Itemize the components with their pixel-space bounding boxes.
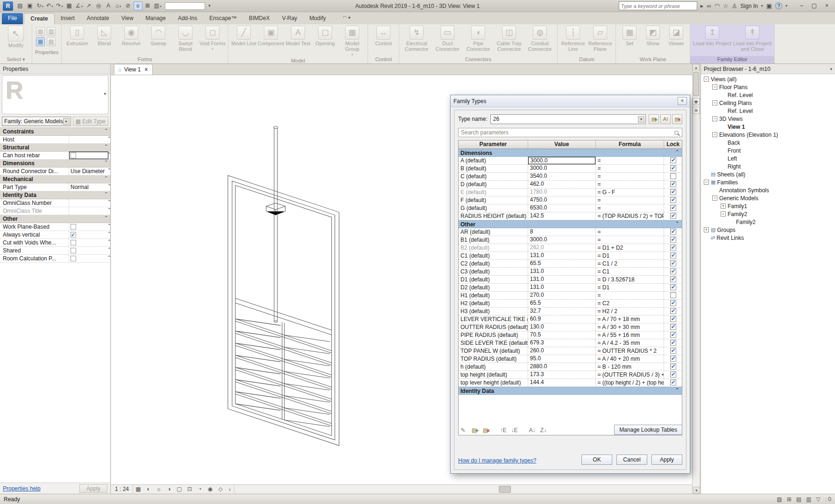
section-header-label[interactable]: Other — [459, 221, 672, 228]
collapse-icon[interactable]: ˆ — [108, 247, 110, 254]
ribbon-button[interactable]: ▯Extrusion — [64, 26, 90, 46]
lock-checkbox[interactable] — [670, 324, 676, 330]
table-row[interactable]: C1 (default) 131.0 = D1 — [459, 252, 682, 260]
lock-checkbox[interactable] — [670, 371, 676, 378]
lock-checkbox[interactable] — [670, 292, 676, 298]
sign-in-dropdown-icon[interactable]: ▾ — [761, 4, 763, 8]
ribbon-tab[interactable]: V-Ray — [276, 13, 304, 24]
property-row[interactable]: Host ˆ — [0, 136, 110, 144]
table-row[interactable]: B1 (default) 3000.0 = — [459, 236, 682, 244]
parameter-formula-cell[interactable]: = — [596, 228, 665, 236]
ribbon-button[interactable]: ◺Blend — [91, 26, 117, 46]
parameter-value-cell[interactable]: 270.0 — [528, 292, 596, 299]
parameter-value-cell[interactable]: 262.0 — [528, 244, 596, 252]
manage-family-types-help-link[interactable]: How do I manage family types? — [458, 457, 536, 464]
tree-item[interactable]: Ref. Level — [701, 107, 835, 115]
parameter-value-cell[interactable]: 70.5 — [528, 331, 596, 339]
app-store-cart-icon[interactable]: ▣ — [766, 2, 772, 9]
table-row[interactable]: RADIUS HEIGHT (default) 142.5 = (TOP RAD… — [459, 212, 682, 220]
temporary-hide-icon[interactable]: ◔ — [195, 485, 205, 494]
ribbon-button[interactable]: ╱Model Line — [231, 26, 257, 46]
parameter-formula-cell[interactable]: = — [596, 157, 665, 164]
parameter-value-cell[interactable]: 173.3 — [528, 371, 596, 378]
close-button[interactable]: × — [821, 1, 833, 10]
parameter-value-cell[interactable]: 142.5 — [528, 212, 596, 220]
measure-icon[interactable]: ∠▾ — [75, 1, 84, 10]
tree-item[interactable]: − Elevations (Elevation 1) — [701, 131, 835, 139]
rename-type-icon[interactable]: AI — [660, 114, 671, 124]
parameter-value-cell[interactable]: 131.0 — [528, 276, 596, 283]
parameter-value-cell[interactable]: 2880.0 — [528, 363, 596, 371]
parameter-formula-cell[interactable]: = A / 70 + 18 mm — [596, 315, 665, 323]
checkbox[interactable] — [71, 224, 76, 230]
parameter-formula-cell[interactable]: = D1 — [596, 252, 665, 259]
redo-icon[interactable]: ↷▾ — [55, 1, 64, 10]
property-value[interactable] — [51, 160, 102, 167]
aligned-dimension-icon[interactable]: ↗ — [85, 1, 93, 10]
ribbon-tab[interactable]: Enscape™ — [203, 13, 243, 24]
parameter-value-cell[interactable]: 4750.0 — [528, 196, 596, 204]
ribbon-tab[interactable]: File — [2, 13, 23, 24]
family-category-button[interactable]: ▤ — [36, 27, 45, 36]
scroll-up-icon[interactable]: ▲ — [693, 64, 700, 71]
properties-help-link[interactable]: Properties help — [3, 485, 41, 492]
panel-label-select[interactable]: Select ▾ — [0, 56, 32, 63]
parameter-value-cell[interactable]: 144.4 — [528, 379, 596, 386]
lock-checkbox[interactable] — [670, 316, 676, 322]
property-value[interactable] — [69, 247, 108, 254]
ok-button[interactable]: OK — [581, 455, 612, 465]
tree-item[interactable]: Back — [701, 139, 835, 147]
vertical-scrollbar[interactable]: ▲ ◉ ⊕ ▼ — [692, 64, 700, 494]
parameter-value-cell[interactable]: 131.0 — [528, 284, 596, 291]
tree-expander-icon[interactable]: − — [704, 180, 709, 185]
project-browser-menu-icon[interactable]: ▾ — [830, 64, 832, 74]
lock-checkbox[interactable] — [670, 348, 676, 354]
new-parameter-icon[interactable]: ▤ — [469, 425, 479, 435]
collapse-icon[interactable]: ˆ — [108, 199, 110, 207]
close-inactive-icon[interactable]: ⊠ — [143, 1, 152, 10]
lock-checkbox[interactable] — [670, 252, 676, 259]
lock-checkbox[interactable] — [670, 173, 676, 179]
view-scale-button[interactable]: 1 : 24 — [111, 485, 133, 494]
sign-in-link[interactable]: Sign In — [740, 3, 757, 9]
parameter-formula-cell[interactable]: = A / 55 + 16 mm — [596, 331, 665, 339]
panel-label[interactable]: Work Plane — [616, 56, 690, 63]
lock-checkbox[interactable] — [670, 276, 676, 282]
table-row[interactable]: D (default) 462.0 = — [459, 181, 682, 189]
family-preview[interactable]: R ▾ — [2, 75, 108, 114]
show-crop-icon[interactable]: ⊡ — [184, 485, 195, 494]
table-row[interactable]: G (default) 6530.0 = — [459, 204, 682, 212]
help-icon[interactable]: ? — [775, 2, 782, 9]
ribbon-button[interactable]: ◩Show — [642, 26, 664, 46]
table-row[interactable]: D1 (default) 131.0 = D / 3.526718 — [459, 276, 682, 284]
lock-checkbox[interactable] — [670, 229, 676, 235]
section-collapse-icon[interactable]: ˆ — [672, 149, 682, 156]
collapse-icon[interactable]: ˆ — [108, 223, 110, 231]
lock-checkbox[interactable] — [670, 356, 676, 362]
tree-expander-icon[interactable]: − — [712, 196, 717, 201]
table-row[interactable]: TOP PANEL W (default) 260.0 = OUTTER RAD… — [459, 347, 682, 355]
sort-descending-icon[interactable]: Z↓ — [538, 425, 548, 435]
table-row[interactable]: D2 (default) 131.0 = D1 — [459, 284, 682, 292]
property-row[interactable]: Shared ˆ — [0, 247, 110, 255]
table-row[interactable]: H2 (default) 65.5 = C2 — [459, 300, 682, 308]
table-row[interactable]: C3 (default) 131.0 = C1 — [459, 268, 682, 276]
parameter-formula-cell[interactable]: = (OUTTER RADIUS / 3) + OUT — [596, 371, 665, 378]
property-row[interactable]: Other ˆ — [0, 215, 110, 223]
tree-item[interactable]: − Views (all) — [701, 75, 835, 83]
table-row[interactable]: B (default) 3000.0 = — [459, 165, 682, 173]
tree-item[interactable]: − Generic Models — [701, 194, 835, 202]
parameter-formula-cell[interactable]: = — [596, 204, 665, 212]
parameter-formula-cell[interactable]: = D1 — [596, 284, 665, 291]
property-value[interactable] — [51, 144, 102, 151]
property-value[interactable] — [69, 239, 108, 246]
panel-label[interactable]: Datum — [558, 56, 616, 63]
delete-type-icon[interactable]: ▤ — [672, 114, 682, 124]
property-value[interactable] — [69, 136, 108, 143]
property-value[interactable]: Use Diameter — [69, 168, 108, 175]
parameter-formula-cell[interactable]: = OUTTER RADIUS * 2 — [596, 347, 665, 355]
new-type-icon[interactable]: ▤ — [649, 114, 659, 124]
tree-item[interactable]: − ▦ Families — [701, 178, 835, 186]
property-row[interactable]: Room Calculation P... ˆ — [0, 255, 110, 263]
property-value[interactable] — [69, 231, 108, 238]
